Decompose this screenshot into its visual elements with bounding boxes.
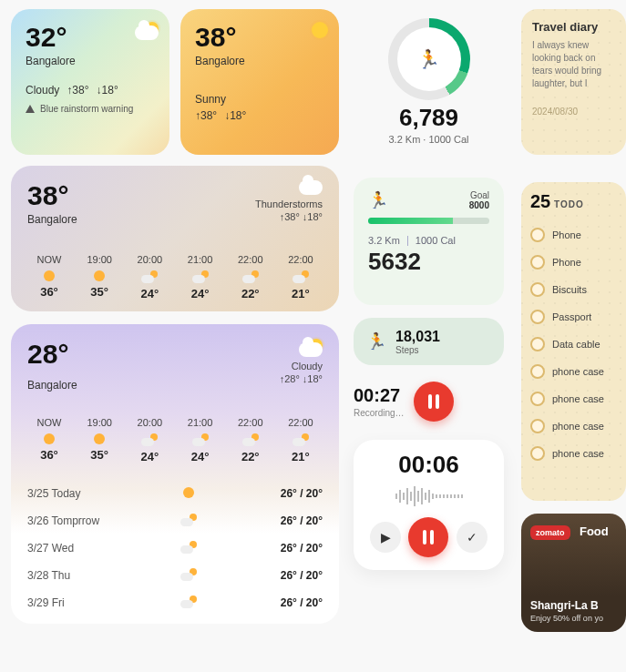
todo-item[interactable]: Phone <box>530 249 617 276</box>
fitness-goal-card[interactable]: 🏃 Goal 8000 3.2 Km 1000 Cal 5632 <box>354 178 504 305</box>
sun-icon <box>312 22 328 38</box>
hour-temp: 36° <box>27 448 71 462</box>
checkbox-icon[interactable] <box>530 419 545 433</box>
progress-bar <box>368 218 489 224</box>
hour-label: 21:00 <box>179 254 222 265</box>
play-button[interactable]: ▶ <box>370 522 401 553</box>
daily-row: 3/25 Today26° / 20° <box>27 480 323 507</box>
todo-item[interactable]: Data cable <box>530 331 617 358</box>
checkbox-icon[interactable] <box>530 255 545 270</box>
thunderstorm-icon <box>255 180 323 197</box>
diary-card[interactable]: Travel diary I always knew looking back … <box>521 9 626 155</box>
low-temp: ↓18° <box>224 109 246 122</box>
hour-column: 20:0024° <box>128 417 171 463</box>
daily-row: 3/28 Thu26° / 20° <box>27 562 323 589</box>
weather-icon <box>94 270 105 281</box>
weather-icon <box>292 270 309 283</box>
todo-item[interactable]: phone case <box>530 440 617 467</box>
warning-text: Blue rainstorm warning <box>40 104 133 114</box>
brand-badge: zomato <box>530 525 570 540</box>
pause-icon <box>428 394 439 409</box>
todo-item[interactable]: Passport <box>530 303 617 331</box>
hour-temp: 35° <box>77 448 121 462</box>
weather-card-large[interactable]: 28° Bangalore Cloudy ↑28° ↓18° NOW36°19:… <box>11 324 339 624</box>
low-temp: ↓18° <box>303 373 323 384</box>
steps-pill-card[interactable]: 🏃 18,031 Steps <box>354 318 504 365</box>
steps-count: 18,031 <box>395 329 440 345</box>
pause-button[interactable] <box>408 517 448 557</box>
weather-icon <box>192 433 209 446</box>
distance-label: 3.2 Km <box>368 235 400 246</box>
checkbox-icon[interactable] <box>530 364 545 379</box>
runner-icon: 🏃 <box>366 331 386 351</box>
todo-card[interactable]: 25 TODO PhonePhoneBiscuitsPassportData c… <box>521 182 626 501</box>
done-button[interactable]: ✓ <box>457 522 487 553</box>
hour-temp: 36° <box>27 285 71 299</box>
warning-icon <box>26 105 35 113</box>
todo-header: 25 TODO <box>530 191 617 212</box>
weather-card-small-1[interactable]: 32° Bangalore Cloudy ↑38° ↓18° Blue rain… <box>11 9 169 155</box>
daily-row: 3/29 Fri26° / 20° <box>27 589 323 616</box>
checkbox-icon[interactable] <box>530 392 545 406</box>
checkbox-icon[interactable] <box>530 310 545 324</box>
hour-column: 22:0022° <box>229 254 272 300</box>
recorder-card[interactable]: 00:06 ▶ ✓ <box>354 440 504 570</box>
checkbox-icon[interactable] <box>530 282 545 297</box>
goal-value: 8000 <box>469 200 489 210</box>
weather-icon <box>242 270 259 283</box>
hour-label: 22:00 <box>229 417 272 428</box>
promo-text: Enjoy 50% off on yo <box>530 614 617 623</box>
checkbox-icon[interactable] <box>530 337 545 351</box>
condition-label: Sunny <box>195 93 226 106</box>
pause-button[interactable] <box>414 382 454 422</box>
day-range: 26° / 20° <box>250 596 323 609</box>
high-temp: ↑28° <box>280 373 300 384</box>
weather-icon <box>175 596 202 611</box>
todo-text: Phone <box>552 257 581 268</box>
food-promo-card[interactable]: zomato Food Shangri-La B Enjoy 50% off o… <box>521 514 626 632</box>
day-label: 3/28 Thu <box>27 569 128 582</box>
hour-label: 19:00 <box>77 254 121 265</box>
recorder-time: 00:27 <box>354 385 405 406</box>
city-label: Bangalore <box>195 55 324 67</box>
steps-count: 6,789 <box>354 104 504 132</box>
todo-item[interactable]: Biscuits <box>530 276 617 303</box>
diary-date: 2024/08/30 <box>532 107 615 117</box>
restaurant-name: Shangri-La B <box>530 599 617 612</box>
timer-value: 00:06 <box>366 451 491 479</box>
checkbox-icon[interactable] <box>530 446 545 461</box>
city-label: Bangalore <box>26 55 155 67</box>
diary-title: Travel diary <box>532 20 615 34</box>
divider <box>407 236 408 246</box>
high-temp: ↑38° <box>195 109 217 122</box>
checkbox-icon[interactable] <box>530 228 545 242</box>
weather-card-small-2[interactable]: 38° Bangalore Sunny ↑38° ↓18° <box>180 9 339 155</box>
temperature: 28° <box>27 339 77 370</box>
weather-icon <box>141 433 158 446</box>
hour-temp: 24° <box>179 287 222 300</box>
calories-label: 1000 Cal <box>416 235 456 246</box>
hour-temp: 24° <box>179 450 222 463</box>
weather-icon <box>175 514 202 529</box>
hour-column: 22:0021° <box>279 254 323 300</box>
daily-row: 3/26 Tomprrow26° / 20° <box>27 507 323 535</box>
day-label: 3/27 Wed <box>27 542 128 555</box>
todo-item[interactable]: Phone <box>530 221 617 249</box>
day-label: 3/25 Today <box>27 487 128 500</box>
condition-label: Cloudy <box>26 84 59 97</box>
todo-item[interactable]: phone case <box>530 358 617 385</box>
low-temp: ↓18° <box>97 84 118 97</box>
hour-label: 19:00 <box>77 417 121 428</box>
steps-ring-card[interactable]: 🏃 6,789 3.2 Km · 1000 Cal <box>354 9 504 145</box>
high-temp: ↑38° <box>67 84 88 97</box>
steps-subline: 3.2 Km · 1000 Cal <box>354 134 504 145</box>
city-label: Bangalore <box>27 213 77 226</box>
todo-item[interactable]: phone case <box>530 385 617 412</box>
recorder-status: Recording… <box>354 408 405 418</box>
hour-label: NOW <box>27 254 71 265</box>
hour-column: 21:0024° <box>179 417 222 463</box>
hour-column: NOW36° <box>27 254 71 300</box>
hour-label: 21:00 <box>179 417 222 428</box>
todo-item[interactable]: phone case <box>530 412 617 440</box>
weather-card-medium[interactable]: 38° Bangalore Thunderstorms ↑38° ↓18° NO… <box>11 166 339 311</box>
